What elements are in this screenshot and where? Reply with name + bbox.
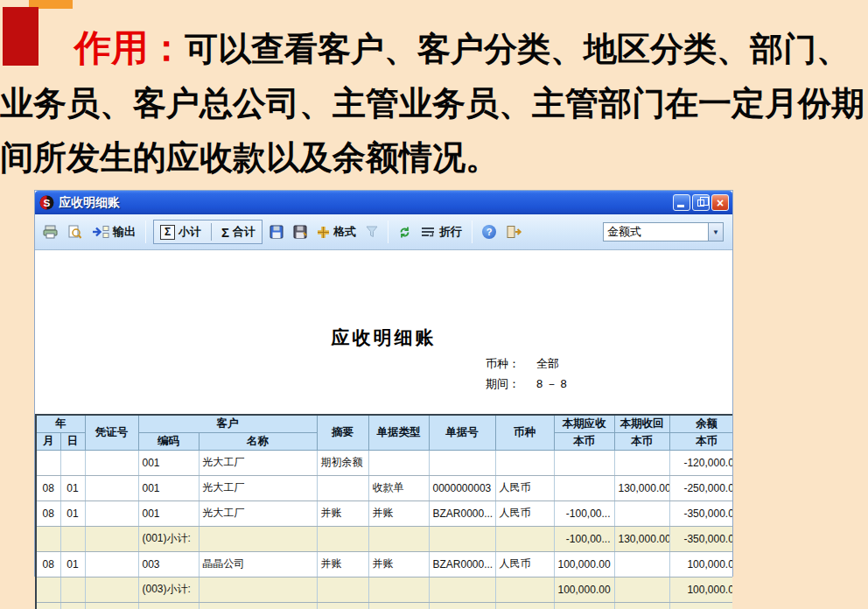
cell-received[interactable]: 130,000.00	[614, 602, 669, 609]
cell-name[interactable]: 晶晶公司	[199, 551, 317, 577]
refresh-button[interactable]	[396, 224, 414, 241]
cell-receivable[interactable]	[554, 450, 614, 475]
cell-code[interactable]	[138, 602, 199, 609]
cell-balance[interactable]: -350,000.00	[669, 500, 732, 526]
table-row[interactable]: 001 光大工厂 期初余额 -120,000.00	[36, 450, 732, 475]
cell-code[interactable]: 001	[138, 475, 199, 500]
cell-doc-type[interactable]: 并账	[368, 500, 429, 526]
cell-summary[interactable]	[317, 577, 368, 602]
cell-month[interactable]	[36, 526, 60, 551]
cell-day[interactable]: 01	[60, 475, 85, 500]
cell-day[interactable]: 01	[60, 500, 85, 526]
cell-receivable[interactable]: 100,000.00	[554, 577, 614, 602]
cell-received[interactable]	[614, 577, 669, 602]
cell-currency[interactable]: 人民币	[495, 551, 554, 577]
cell-balance[interactable]: 100,000.00	[669, 551, 732, 577]
cell-doc-type[interactable]: 收款单	[368, 475, 429, 500]
exit-button[interactable]	[503, 223, 525, 241]
cell-doc-type[interactable]	[368, 602, 429, 609]
cell-summary[interactable]	[317, 602, 368, 609]
cell-voucher-no[interactable]	[85, 526, 138, 551]
cell-voucher-no[interactable]	[85, 577, 138, 602]
output-button[interactable]: 输出	[89, 222, 138, 242]
cell-doc-no[interactable]	[429, 526, 495, 551]
cell-name[interactable]	[199, 602, 317, 609]
cell-receivable[interactable]	[554, 475, 614, 500]
cell-doc-type[interactable]	[368, 577, 429, 602]
cell-balance[interactable]: -250,000.00	[669, 602, 732, 609]
save-format-button[interactable]	[290, 223, 310, 241]
cell-balance[interactable]: 100,000.00	[669, 577, 732, 602]
cell-summary[interactable]: 并账	[317, 500, 368, 526]
cell-doc-no[interactable]: 0000000003	[429, 475, 495, 500]
wrap-line-button[interactable]: 折行	[418, 222, 465, 242]
minimize-button[interactable]	[673, 194, 690, 211]
cell-summary[interactable]: 并账	[317, 551, 368, 577]
cell-day[interactable]	[60, 450, 85, 475]
cell-code[interactable]: (003)小计:	[138, 577, 199, 602]
view-mode-dropdown[interactable]: 金额式 ▼	[603, 222, 724, 242]
cell-currency[interactable]	[495, 526, 554, 551]
cell-code[interactable]: (001)小计:	[138, 526, 199, 551]
cell-receivable[interactable]: -100,00...	[554, 526, 614, 551]
cell-month[interactable]	[36, 450, 60, 475]
cell-received[interactable]: 130,000.00	[614, 526, 669, 551]
filter-button[interactable]	[363, 224, 381, 240]
cell-voucher-no[interactable]	[85, 475, 138, 500]
cell-balance[interactable]: -250,000.00	[669, 475, 732, 500]
cell-month[interactable]: 08	[36, 475, 60, 500]
cell-name[interactable]: 光大工厂	[199, 450, 317, 475]
cell-receivable[interactable]: -100,00...	[554, 500, 614, 526]
cell-doc-no[interactable]	[429, 602, 495, 609]
cell-doc-no[interactable]	[429, 577, 495, 602]
cell-month[interactable]: 08	[36, 551, 60, 577]
table-row[interactable]: (003)小计: 100,000.00 100,000.00	[36, 577, 732, 602]
cell-doc-no[interactable]: BZAR0000...	[429, 551, 495, 577]
table-row[interactable]: 08 01 001 光大工厂 收款单 0000000003 人民币 130,00…	[36, 475, 732, 500]
cell-currency[interactable]	[495, 450, 554, 475]
cell-day[interactable]	[60, 602, 85, 609]
cell-code[interactable]: 001	[138, 500, 199, 526]
dropdown-arrow-button[interactable]: ▼	[708, 223, 723, 241]
cell-code[interactable]: 001	[138, 450, 199, 475]
cell-receivable[interactable]: 100,000.00	[554, 551, 614, 577]
restore-button[interactable]	[692, 194, 710, 211]
cell-voucher-no[interactable]	[85, 500, 138, 526]
cell-currency[interactable]	[495, 602, 554, 609]
cell-voucher-no[interactable]	[85, 551, 138, 577]
cell-doc-type[interactable]: 并账	[368, 551, 429, 577]
cell-doc-no[interactable]	[429, 450, 495, 475]
cell-doc-type[interactable]	[368, 526, 429, 551]
cell-name[interactable]: 光大工厂	[199, 500, 317, 526]
cell-day[interactable]	[60, 526, 85, 551]
save-button[interactable]	[267, 223, 286, 241]
cell-summary[interactable]: 期初余额	[317, 450, 368, 475]
close-button[interactable]: ×	[711, 194, 729, 211]
table-row[interactable]: (001)小计: -100,00... 130,000.00 -350,000.…	[36, 526, 732, 551]
cell-summary[interactable]	[317, 475, 368, 500]
cell-name[interactable]	[199, 526, 317, 551]
cell-name[interactable]	[199, 577, 317, 602]
cell-currency[interactable]	[495, 577, 554, 602]
help-button[interactable]: ?	[480, 223, 499, 241]
cell-name[interactable]: 光大工厂	[199, 475, 317, 500]
cell-voucher-no[interactable]	[85, 450, 138, 475]
cell-day[interactable]: 01	[60, 551, 85, 577]
cell-summary[interactable]	[317, 526, 368, 551]
cell-balance[interactable]: -120,000.00	[669, 450, 732, 475]
cell-received[interactable]	[614, 450, 669, 475]
table-row[interactable]: 08 01 003 晶晶公司 并账 并账 BZAR0000... 人民币 100…	[36, 551, 732, 577]
cell-receivable[interactable]	[554, 602, 614, 609]
cell-doc-no[interactable]: BZAR0000...	[429, 500, 495, 526]
table-row[interactable]: … 130,000.00 -250,000.00	[36, 602, 732, 609]
cell-month[interactable]: …	[36, 602, 60, 609]
subtotal-button[interactable]: Σ 小计	[158, 222, 204, 242]
cell-currency[interactable]: 人民币	[495, 475, 554, 500]
cell-received[interactable]	[614, 500, 669, 526]
cell-received[interactable]: 130,000.00	[614, 475, 669, 500]
cell-month[interactable]: 08	[36, 500, 60, 526]
cell-currency[interactable]: 人民币	[495, 500, 554, 526]
cell-voucher-no[interactable]	[85, 602, 138, 609]
cell-code[interactable]: 003	[138, 551, 199, 577]
format-button[interactable]: 格式	[314, 222, 359, 242]
